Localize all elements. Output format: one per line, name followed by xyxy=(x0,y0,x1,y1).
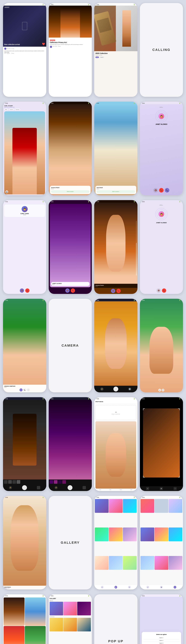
cl-btn-2[interactable]: 📞 xyxy=(25,288,29,293)
ji2-btn-1[interactable]: 🔇 xyxy=(157,288,161,293)
crop-ctrl-grid[interactable]: ⊞ xyxy=(160,487,163,490)
cl-btn-1[interactable]: 🔇 xyxy=(20,288,24,293)
crop-ctrl-more[interactable]: ⋯ xyxy=(174,487,177,490)
gp-cell-2[interactable] xyxy=(25,598,46,626)
album-1[interactable] xyxy=(50,602,63,615)
thumb-4[interactable] xyxy=(17,480,20,484)
w-thumb-1[interactable] xyxy=(50,480,53,484)
janet-ongoing-name: JANET ALONSO xyxy=(52,283,88,284)
collection-subtitle: Spring / Summer xyxy=(95,55,136,56)
drop-ctrl-1[interactable]: Crop xyxy=(99,489,101,490)
screen-article-dark: 9:41 ●●● WiFi 🔋 ARTICLE New collection a… xyxy=(3,3,46,97)
gallery-cell-3[interactable] xyxy=(123,499,137,513)
gp-cell-1[interactable] xyxy=(4,598,24,626)
ji2-btn-2[interactable]: 📞 xyxy=(162,288,166,293)
gallery-icon-grid[interactable]: ⊞ xyxy=(115,586,117,588)
accept-btn[interactable]: 📞 xyxy=(165,188,169,192)
w-thumb-2[interactable] xyxy=(54,480,57,484)
thumb-2[interactable] xyxy=(8,480,12,484)
js-action-3[interactable]: ⋯ xyxy=(27,388,30,392)
device-2[interactable] xyxy=(63,618,77,632)
gallery2-icon-list[interactable]: ≡ xyxy=(174,586,176,588)
gallery-cell-2[interactable] xyxy=(109,499,123,513)
jp-btn-2[interactable]: 📞 xyxy=(116,289,121,293)
crop-ctrl-expand[interactable]: ⤢ xyxy=(146,487,149,490)
gallery-cell-g16[interactable] xyxy=(141,556,154,570)
cam-ctrl-1[interactable]: ⚡ xyxy=(100,388,103,390)
popup-item-2[interactable]: Option 2 xyxy=(144,639,180,642)
popup-item-3[interactable]: Option 3 xyxy=(144,642,180,644)
js-action-1[interactable]: ✉ xyxy=(19,388,22,392)
gallery-cell-g15[interactable] xyxy=(169,528,182,541)
carl-slide-answer[interactable]: Slide to answer › xyxy=(97,190,135,193)
carl-card: Carl Stuart Mobile Slide to answer › xyxy=(95,186,136,194)
album-2[interactable] xyxy=(63,602,77,615)
mute-btn[interactable]: 🔇 xyxy=(153,188,158,192)
download-btn[interactable]: Download xyxy=(15,108,20,110)
gallery-grid1-content: ⤢ ⊞ ≡ xyxy=(94,498,138,590)
connect-btn[interactable]: Connect xyxy=(9,108,14,110)
drop-zone[interactable]: ☁ Drop or select file xyxy=(95,405,136,420)
gallery-cell-4[interactable] xyxy=(95,528,109,541)
gallery-cell-g11[interactable] xyxy=(155,499,168,513)
cam-ctrl-2[interactable]: 🔄 xyxy=(128,388,131,390)
js-action-2[interactable]: 📞 xyxy=(23,388,26,392)
album-3[interactable] xyxy=(77,602,91,615)
forest-btn-1[interactable]: ♥ xyxy=(158,389,161,392)
gallery-icon-list[interactable]: ≡ xyxy=(128,586,131,588)
gallery-cell-7[interactable] xyxy=(95,556,109,570)
drop-ctrl-3[interactable]: Adjust xyxy=(120,489,122,490)
jp-btn-1[interactable]: 🔇 xyxy=(111,289,115,293)
jo-btn-1[interactable]: 🔇 xyxy=(65,288,70,293)
gallery-cell-6[interactable] xyxy=(123,528,137,541)
w-thumb-4[interactable] xyxy=(62,480,66,484)
shutter-button[interactable] xyxy=(113,386,118,392)
gallery-cell-9[interactable] xyxy=(123,556,137,570)
device-3[interactable] xyxy=(77,618,91,632)
drop-ctrl-4[interactable]: Save xyxy=(130,489,132,490)
photo-action-btn[interactable]: 📷 xyxy=(5,190,8,193)
thumb-1[interactable] xyxy=(4,480,7,484)
forest-btn-2[interactable]: 💬 xyxy=(162,389,164,392)
slide-answer[interactable]: Slide to answer xyxy=(51,190,90,193)
gallery-cell-g14[interactable] xyxy=(155,528,168,541)
camera-woman-thumbnails xyxy=(49,480,92,484)
drop-ctrl-2[interactable]: Filter xyxy=(110,489,111,490)
gallery-cell-g18[interactable] xyxy=(169,556,182,570)
dw-cam-ctrl-1[interactable]: ⚡ xyxy=(55,486,58,489)
status-bar-26: 9:41 🔋 xyxy=(49,594,92,597)
dark-shutter[interactable] xyxy=(22,485,27,490)
thumb-3[interactable] xyxy=(12,480,16,484)
dark-cam-ctrl-2[interactable] xyxy=(37,486,40,489)
gp-cell-4[interactable] xyxy=(25,626,46,644)
dark-cam-ctrl-1[interactable]: ⚡ xyxy=(9,486,12,489)
gp-cell-3[interactable] xyxy=(4,626,24,644)
device-1[interactable] xyxy=(50,618,63,632)
status-bar-15: 9:41 🔋 xyxy=(94,299,138,301)
gallery-cell-g13[interactable] xyxy=(141,528,154,541)
gallery-cell-8[interactable] xyxy=(109,556,123,570)
camera-dark-controls: ⚡ xyxy=(3,484,46,491)
gallery-cell-g12[interactable] xyxy=(169,499,182,513)
jo-btn-2[interactable]: 📞 xyxy=(71,288,75,293)
dw-shutter[interactable] xyxy=(68,485,72,490)
gallery-cell-5[interactable] xyxy=(109,528,123,541)
popup-item-1[interactable]: Option 1 xyxy=(144,636,180,639)
gallery2-icon-expand[interactable]: ⤢ xyxy=(146,586,149,588)
decline-btn[interactable]: 📞 xyxy=(159,188,164,192)
gallery-cell-g17[interactable] xyxy=(155,556,168,570)
volume-slider[interactable] xyxy=(136,221,137,276)
gallery-cell-1[interactable] xyxy=(95,499,109,513)
w-thumb-3[interactable] xyxy=(58,480,62,484)
article-light-body: Lorem ipsum dolor sit amet, consectetur … xyxy=(50,44,91,45)
write-btn[interactable]: Write xyxy=(4,108,8,110)
janet-ongoing-status: 09:15 xyxy=(52,284,88,285)
gallery-icon-expand[interactable]: ⤢ xyxy=(101,586,104,588)
status-bar-16: 9:41 🔋 xyxy=(140,299,183,301)
dw-cam-ctrl-2[interactable] xyxy=(83,486,86,489)
screen-jessica-ongoing: 9:41 🔋 Jessica Parker 09:15 � xyxy=(94,200,138,294)
collection-model-img xyxy=(116,6,138,51)
collection-info: 2020 Collection Spring / Summer New Fash… xyxy=(94,51,138,59)
gallery-cell-g10[interactable] xyxy=(141,499,154,513)
gallery2-icon-grid[interactable]: ⊞ xyxy=(160,586,163,588)
